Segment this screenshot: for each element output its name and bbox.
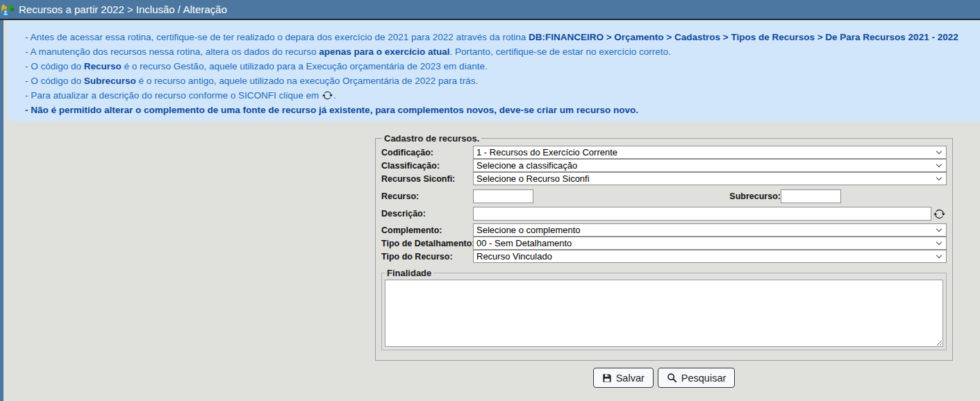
notice-text-segment: é o recurso antigo, aquele utilizado na … (136, 76, 478, 86)
app-icon (1, 3, 15, 17)
notice-line: - Não é permitido alterar o complemento … (25, 103, 966, 117)
save-button-label: Salvar (616, 373, 645, 384)
codificacao-select-wrap: 1 - Recursos do Exercício Corrente (473, 146, 947, 159)
notice-text-segment: é o recurso Gestão, aquele utilizado par… (122, 61, 488, 71)
notice-text-segment: Subrecurso (84, 76, 136, 86)
notice-text-segment: Recurso (84, 61, 122, 71)
notice-line: - Para atualizar a descrição do recurso … (25, 88, 966, 103)
classificacao-label: Classificação: (381, 161, 473, 171)
codificacao-label: Codificação: (381, 148, 473, 157)
tipo-detalhamento-select[interactable]: 00 - Sem Detalhamento (473, 237, 947, 250)
subrecurso-label: Subrecurso: (729, 191, 781, 201)
tipo-recurso-select[interactable]: Recurso Vinculado (473, 250, 947, 263)
finalidade-legend: Finalidade (385, 268, 433, 278)
notice-text-segment: - Para atualizar a descrição do recurso … (25, 90, 322, 101)
left-accent-strip (0, 0, 3, 401)
recursos-siconfi-select[interactable]: Selecione o Recurso Siconfi (473, 172, 947, 185)
notice-text-segment: - Não é permitido alterar o complemento … (25, 105, 638, 115)
recursos-siconfi-label: Recursos Siconfi: (381, 174, 473, 184)
notice-text-segment: - A manutenção dos recursos nessa rotina… (25, 46, 319, 57)
notice-text-segment: - O código do (25, 61, 84, 71)
save-icon (602, 373, 612, 383)
field-row-classificacao: Classificação: Selecione a classificação (381, 159, 947, 172)
complemento-select[interactable]: Selecione o complemento (473, 223, 947, 237)
tipo-detalhamento-select-wrap: 00 - Sem Detalhamento (473, 237, 947, 250)
recurso-input[interactable] (473, 189, 533, 203)
cadastro-recursos-legend: Cadastro de recursos. (382, 133, 481, 144)
notice-text-segment: apenas para o exercício atual (319, 46, 449, 57)
classificacao-select[interactable]: Selecione a classificação (473, 159, 947, 172)
field-row-descricao: Descrição: (381, 207, 947, 221)
notice-line: - O código do Subrecurso é o recurso ant… (25, 74, 966, 88)
refresh-icon (322, 90, 333, 101)
notice-text-segment: - O código do (25, 76, 84, 86)
refresh-descricao-button[interactable] (931, 207, 947, 221)
page: Recursos a partir 2022 > Inclusão / Alte… (0, 0, 980, 401)
recursos-siconfi-select-wrap: Selecione o Recurso Siconfi (473, 172, 947, 185)
descricao-input[interactable] (473, 207, 931, 221)
finalidade-textarea[interactable] (385, 280, 943, 347)
notice-line: - O código do Recurso é o recurso Gestão… (25, 59, 966, 74)
subrecurso-input[interactable] (781, 189, 841, 203)
notice-text-segment: . (333, 90, 336, 101)
notice-text-segment: DB:FINANCEIRO > Orçamento > Cadastros > … (529, 32, 958, 42)
recurso-label: Recurso: (381, 191, 473, 201)
notice-box: - Antes de acessar essa rotina, certifiq… (7, 20, 980, 121)
codificacao-select[interactable]: 1 - Recursos do Exercício Corrente (473, 146, 947, 159)
tipo-recurso-select-wrap: Recurso Vinculado (473, 250, 947, 263)
field-row-complemento: Complemento: Selecione o complemento (381, 223, 947, 237)
tipo-detalhamento-label: Tipo de Detalhamento: (381, 239, 473, 248)
page-title: Recursos a partir 2022 > Inclusão / Alte… (19, 3, 227, 15)
finalidade-fieldset: Finalidade (381, 268, 947, 350)
descricao-label: Descrição: (381, 209, 473, 219)
notice-line: - A manutenção dos recursos nessa rotina… (25, 44, 966, 59)
field-row-tipo-recurso: Tipo do Recurso: Recurso Vinculado (381, 250, 947, 263)
complemento-select-wrap: Selecione o complemento (473, 223, 947, 237)
field-row-tipo-detalhamento: Tipo de Detalhamento: 00 - Sem Detalhame… (381, 237, 947, 250)
title-bar: Recursos a partir 2022 > Inclusão / Alte… (0, 0, 980, 20)
field-row-recurso-subrecurso: Recurso: Subrecurso: (381, 189, 947, 203)
field-row-codificacao: Codificação: 1 - Recursos do Exercício C… (381, 146, 947, 159)
notice-text-segment: . Portanto, certifique-se de estar no ex… (450, 46, 671, 57)
tipo-recurso-label: Tipo do Recurso: (381, 252, 473, 262)
notice-line: - Antes de acessar essa rotina, certifiq… (25, 30, 966, 44)
search-icon (667, 373, 677, 383)
search-button-label: Pesquisar (681, 373, 726, 384)
save-button[interactable]: Salvar (593, 368, 654, 388)
classificacao-select-wrap: Selecione a classificação (473, 159, 947, 172)
cadastro-recursos-fieldset: Cadastro de recursos. Codificação: 1 - R… (375, 133, 953, 361)
notice-text-segment: - Antes de acessar essa rotina, certifiq… (25, 32, 529, 42)
action-buttons: Salvar Pesquisar (375, 368, 953, 388)
search-button[interactable]: Pesquisar (658, 368, 735, 388)
refresh-icon (933, 208, 945, 220)
field-row-recursos-siconfi: Recursos Siconfi: Selecione o Recurso Si… (381, 172, 947, 185)
complemento-label: Complemento: (381, 225, 473, 235)
